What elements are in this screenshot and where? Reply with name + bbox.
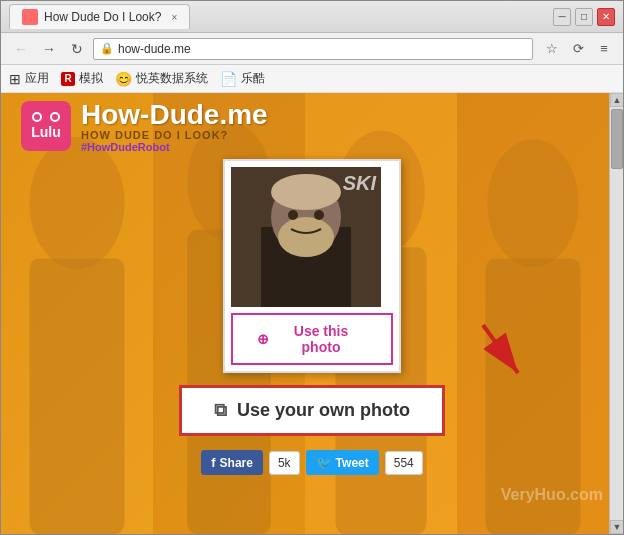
bookmark-r-label: 模拟 — [79, 70, 103, 87]
svg-point-12 — [278, 217, 334, 257]
site-title: How-Dude.me — [81, 101, 268, 129]
r-icon: R — [61, 72, 75, 86]
svg-line-16 — [483, 325, 518, 373]
nav-icons: ☆ ⟳ ≡ — [541, 38, 615, 60]
photo-card: SKI — [223, 159, 401, 373]
bookmarks-bar: ⊞ 应用 R 模拟 😊 悦英数据系统 📄 乐酷 — [1, 65, 623, 93]
lulu-ear-left — [32, 112, 42, 122]
lulu-logo: Lulu — [21, 101, 71, 151]
window-controls: ─ □ ✕ — [553, 8, 615, 26]
tab-favicon — [22, 9, 38, 25]
plus-circle-icon: ⊕ — [257, 331, 269, 347]
copy-icon: ⧉ — [214, 400, 227, 421]
fb-share-label: Share — [220, 456, 253, 470]
bookmark-face[interactable]: 😊 悦英数据系统 — [115, 70, 208, 87]
photo-image: SKI — [231, 167, 381, 307]
nav-bar: ← → ↻ 🔒 how-dude.me ☆ ⟳ ≡ — [1, 33, 623, 65]
content-overlay: Lulu How-Dude.me HOW DUDE DO I LOOK? #Ho… — [1, 93, 623, 475]
face-icon: 😊 — [115, 71, 132, 87]
use-this-label: Use this photo — [275, 323, 367, 355]
lulu-ears — [32, 112, 60, 122]
history-icon[interactable]: ⟳ — [567, 38, 589, 60]
svg-point-13 — [288, 210, 298, 220]
bookmark-apps[interactable]: ⊞ 应用 — [9, 70, 49, 87]
tweet-count-badge: 554 — [385, 451, 423, 475]
arrow-svg — [463, 315, 543, 385]
hashtag-text: #HowDudeRobot — [81, 141, 268, 153]
site-title-area: How-Dude.me HOW DUDE DO I LOOK? #HowDude… — [81, 101, 268, 153]
browser-window: How Dude Do I Look? × ─ □ ✕ ← → ↻ 🔒 how-… — [0, 0, 624, 535]
fb-count-badge: 5k — [269, 451, 300, 475]
use-own-label: Use your own photo — [237, 400, 410, 421]
maximize-button[interactable]: □ — [575, 8, 593, 26]
tweet-label: Tweet — [336, 456, 369, 470]
red-arrow — [463, 315, 543, 389]
bookmark-apps-label: 应用 — [25, 70, 49, 87]
bookmark-face-label: 悦英数据系统 — [136, 70, 208, 87]
ski-text: SKI — [343, 172, 376, 195]
lock-icon: 🔒 — [100, 42, 114, 55]
svg-point-11 — [271, 174, 341, 210]
page-content: Lulu How-Dude.me HOW DUDE DO I LOOK? #Ho… — [1, 93, 623, 534]
tab-title: How Dude Do I Look? — [44, 10, 161, 24]
refresh-button[interactable]: ↻ — [65, 37, 89, 61]
lulu-text: Lulu — [31, 124, 61, 140]
bookmark-doc-label: 乐酷 — [241, 70, 265, 87]
site-subtitle: HOW DUDE DO I LOOK? — [81, 129, 268, 141]
use-own-photo-button[interactable]: ⧉ Use your own photo — [179, 385, 445, 436]
title-bar: How Dude Do I Look? × ─ □ ✕ — [1, 1, 623, 33]
twitter-icon: 🐦 — [316, 455, 332, 470]
apps-icon: ⊞ — [9, 71, 21, 87]
bookmark-doc[interactable]: 📄 乐酷 — [220, 70, 265, 87]
lulu-ear-right — [50, 112, 60, 122]
scroll-down-button[interactable]: ▼ — [610, 520, 623, 534]
tab-close-button[interactable]: × — [171, 12, 177, 23]
social-bar: f Share 5k 🐦 Tweet 554 — [201, 450, 423, 475]
facebook-icon: f — [211, 455, 215, 470]
doc-icon: 📄 — [220, 71, 237, 87]
minimize-button[interactable]: ─ — [553, 8, 571, 26]
svg-point-14 — [314, 210, 324, 220]
close-button[interactable]: ✕ — [597, 8, 615, 26]
menu-icon[interactable]: ≡ — [593, 38, 615, 60]
bookmark-r[interactable]: R 模拟 — [61, 70, 103, 87]
bookmark-star-icon[interactable]: ☆ — [541, 38, 563, 60]
use-this-photo-button[interactable]: ⊕ Use this photo — [231, 313, 393, 365]
forward-button[interactable]: → — [37, 37, 61, 61]
url-text: how-dude.me — [118, 42, 526, 56]
tweet-button[interactable]: 🐦 Tweet — [306, 450, 379, 475]
facebook-share-button[interactable]: f Share — [201, 450, 263, 475]
site-header: Lulu How-Dude.me HOW DUDE DO I LOOK? #Ho… — [1, 101, 268, 153]
address-bar[interactable]: 🔒 how-dude.me — [93, 38, 533, 60]
back-button[interactable]: ← — [9, 37, 33, 61]
browser-tab[interactable]: How Dude Do I Look? × — [9, 4, 190, 29]
